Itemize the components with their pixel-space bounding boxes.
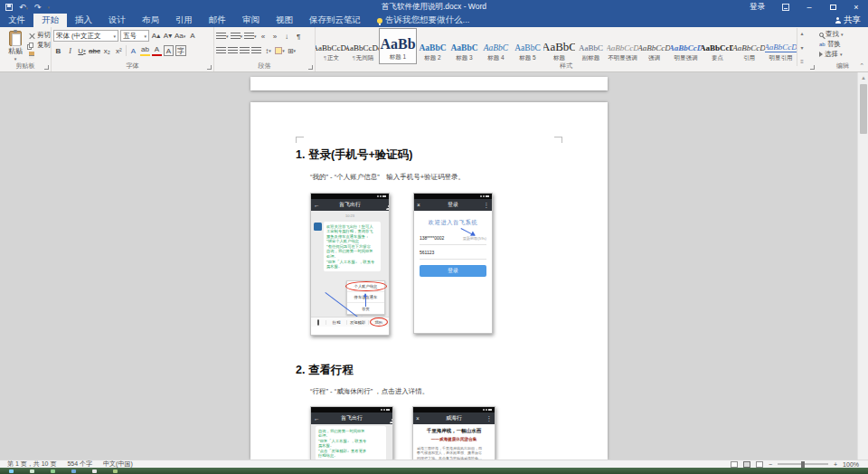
style-title[interactable]: AaBbC标题 bbox=[543, 28, 575, 64]
tab-file[interactable]: 文件 bbox=[0, 14, 33, 27]
font-dialog-launcher[interactable] bbox=[207, 65, 212, 70]
numbering-button[interactable]: ▾ bbox=[231, 31, 243, 42]
format-painter-button[interactable] bbox=[29, 51, 34, 60]
tell-me-box[interactable]: 告诉我您想要做什么... bbox=[369, 14, 477, 27]
style-normal[interactable]: AaBbCcDd¶正文 bbox=[316, 28, 347, 64]
zoom-slider[interactable] bbox=[778, 463, 828, 465]
clear-formatting-button[interactable]: A bbox=[187, 31, 197, 42]
tab-mailings[interactable]: 邮件 bbox=[201, 14, 234, 27]
tab-cloud-notes[interactable]: 保存到云笔记 bbox=[301, 14, 369, 27]
font-color-button[interactable]: A bbox=[152, 45, 162, 56]
multilevel-list-button[interactable]: ▾ bbox=[244, 31, 257, 42]
styles-gallery-scroll[interactable]: ▴▾≡ bbox=[797, 28, 807, 66]
zoom-out-button[interactable]: − bbox=[769, 461, 772, 468]
enclose-characters-button[interactable]: 字 bbox=[175, 45, 186, 56]
select-button[interactable]: 选择▾ bbox=[819, 50, 843, 59]
taskbar-app-icon[interactable] bbox=[71, 469, 76, 473]
document-page[interactable]: 1. 登录(手机号+验证码) “我的” - “个人账户信息” 输入手机号+验证码… bbox=[250, 102, 608, 460]
highlight-color-button[interactable]: ab bbox=[140, 45, 150, 56]
style-strong[interactable]: AaBbCcD要点 bbox=[702, 28, 733, 64]
zoom-slider-handle[interactable] bbox=[801, 461, 805, 468]
style-intense-emphasis[interactable]: AaBbCcD明显强调 bbox=[670, 28, 702, 64]
taskbar-app-icon[interactable] bbox=[92, 469, 97, 473]
taskbar-app-icon[interactable] bbox=[51, 469, 55, 473]
styles-dialog-launcher[interactable] bbox=[810, 65, 815, 70]
bullets-button[interactable]: ▾ bbox=[216, 31, 229, 42]
line-spacing-button[interactable]: ↕▾ bbox=[263, 45, 273, 56]
align-center-button[interactable] bbox=[228, 45, 238, 56]
restore-button[interactable] bbox=[821, 0, 844, 14]
style-no-spacing[interactable]: AaBbCcDd¶无间隔 bbox=[347, 28, 379, 64]
increase-indent-button[interactable]: » bbox=[270, 31, 280, 42]
find-button[interactable]: 查找▾ bbox=[819, 30, 844, 39]
collapse-ribbon-button[interactable]: ⌃ bbox=[859, 62, 864, 70]
tab-home[interactable]: 开始 bbox=[33, 14, 67, 27]
font-size-combo[interactable]: 五号▾ bbox=[120, 30, 149, 42]
italic-button[interactable]: I bbox=[65, 45, 75, 56]
zoom-in-button[interactable]: + bbox=[834, 461, 837, 468]
cut-button[interactable]: 剪切 bbox=[29, 31, 51, 40]
paragraph-dialog-launcher[interactable] bbox=[308, 65, 313, 70]
bold-button[interactable]: B bbox=[53, 45, 63, 56]
shading-button[interactable]: ▾ bbox=[275, 45, 285, 56]
style-intense-quote[interactable]: AaBbCcD明显引用 bbox=[765, 28, 797, 64]
section1-caption: “我的” - “个人账户信息” 输入手机号+验证码登录。 bbox=[310, 173, 465, 182]
bullets-icon bbox=[216, 33, 226, 40]
clipboard-dialog-launcher[interactable] bbox=[44, 65, 49, 70]
gallery-up-icon[interactable]: ▴ bbox=[800, 30, 803, 36]
taskbar-app-icon[interactable] bbox=[113, 469, 118, 473]
text-effects-button[interactable]: A bbox=[128, 45, 138, 56]
numbering-icon bbox=[231, 33, 241, 40]
tab-design[interactable]: 设计 bbox=[100, 14, 134, 27]
ribbon-display-options-button[interactable] bbox=[774, 0, 797, 14]
windows-taskbar[interactable] bbox=[0, 468, 868, 474]
borders-button[interactable]: ⊞▾ bbox=[287, 45, 297, 56]
gallery-down-icon[interactable]: ▾ bbox=[800, 44, 803, 51]
style-subtitle[interactable]: AaBbC副标题 bbox=[575, 28, 607, 64]
subscript-button[interactable]: x₂ bbox=[102, 45, 112, 56]
read-mode-button[interactable] bbox=[731, 461, 738, 468]
print-layout-button[interactable] bbox=[743, 461, 750, 468]
minimize-button[interactable]: – bbox=[797, 0, 821, 14]
style-heading3[interactable]: AaBbC标题 3 bbox=[448, 28, 480, 64]
share-button[interactable]: 共享 bbox=[835, 14, 861, 27]
show-marks-button[interactable]: ¶ bbox=[294, 31, 304, 42]
start-icon[interactable] bbox=[9, 469, 14, 473]
justify-button[interactable] bbox=[251, 45, 261, 56]
keyboard-icon bbox=[311, 320, 326, 325]
decrease-indent-button[interactable]: « bbox=[259, 31, 269, 42]
sign-in-button[interactable]: 登录 bbox=[741, 2, 774, 13]
style-emphasis[interactable]: AaBbCcD强调 bbox=[638, 28, 670, 64]
tab-view[interactable]: 视图 bbox=[268, 14, 301, 27]
scrollbar-thumb[interactable] bbox=[860, 84, 867, 134]
style-subtle-emphasis[interactable]: AaBbCcD不明显强调 bbox=[607, 28, 638, 64]
vertical-scrollbar[interactable]: ▲ bbox=[857, 72, 868, 460]
web-layout-button[interactable] bbox=[756, 461, 763, 468]
sort-button[interactable]: ↓ bbox=[282, 31, 292, 42]
underline-button[interactable]: U▾ bbox=[77, 45, 87, 56]
close-button[interactable]: × bbox=[844, 0, 868, 14]
style-quote[interactable]: AaBbCcD引用 bbox=[733, 28, 765, 64]
style-heading2[interactable]: AaBbC标题 2 bbox=[417, 28, 448, 64]
font-name-combo[interactable]: 宋体 (中文正文▾ bbox=[53, 30, 118, 42]
taskbar-app-icon[interactable] bbox=[30, 469, 34, 473]
style-heading4[interactable]: AaBbC标题 4 bbox=[480, 28, 512, 64]
tab-layout[interactable]: 布局 bbox=[134, 14, 167, 27]
style-heading5[interactable]: AaBbC标题 5 bbox=[512, 28, 543, 64]
style-heading1[interactable]: AaBb标题 1 bbox=[379, 28, 417, 64]
strikethrough-button[interactable]: abc bbox=[89, 45, 100, 56]
tab-review[interactable]: 审阅 bbox=[234, 14, 268, 27]
scroll-up-icon[interactable]: ▲ bbox=[858, 72, 868, 83]
tab-references[interactable]: 引用 bbox=[167, 14, 201, 27]
tab-insert[interactable]: 插入 bbox=[67, 14, 100, 27]
superscript-button[interactable]: x² bbox=[114, 45, 124, 56]
align-left-button[interactable] bbox=[216, 45, 226, 56]
character-shading-button[interactable]: A bbox=[164, 45, 174, 56]
replace-button[interactable]: ab替换 bbox=[819, 40, 841, 49]
copy-button[interactable]: 复制 bbox=[29, 41, 51, 50]
align-right-button[interactable] bbox=[240, 45, 250, 56]
zoom-level[interactable]: 100% bbox=[843, 461, 859, 468]
shrink-font-button[interactable]: A▾ bbox=[163, 31, 173, 42]
change-case-button[interactable]: Aa▾ bbox=[175, 31, 185, 42]
grow-font-button[interactable]: A▴ bbox=[151, 31, 161, 42]
